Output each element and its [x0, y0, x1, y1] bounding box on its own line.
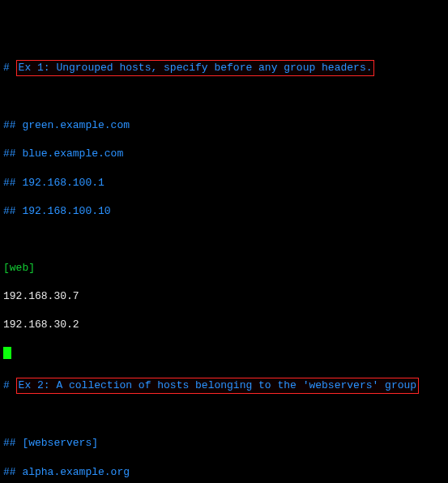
cursor-line — [3, 346, 445, 364]
host-entry: 192.168.30.2 — [3, 318, 445, 332]
host-comment: ## blue.example.com — [3, 147, 445, 161]
host-comment: ## [webservers] — [3, 436, 445, 451]
blank-line — [3, 233, 445, 247]
blank-line — [3, 408, 445, 422]
highlight-ex2: Ex 2: A collection of hosts belonging to… — [16, 378, 419, 394]
comment-hash: # — [3, 62, 16, 74]
host-entry: 192.168.30.7 — [3, 289, 445, 304]
line-ex2-header: # Ex 2: A collection of hosts belonging … — [3, 378, 445, 394]
host-comment: ## 192.168.100.1 — [3, 176, 445, 190]
group-header-web: [web] — [3, 261, 445, 276]
cursor — [3, 347, 11, 359]
host-comment: ## green.example.com — [3, 118, 445, 133]
line-ex1-header: # Ex 1: Ungrouped hosts, specify before … — [3, 60, 445, 76]
host-comment: ## alpha.example.org — [3, 465, 445, 480]
blank-line — [3, 90, 445, 105]
highlight-ex1: Ex 1: Ungrouped hosts, specify before an… — [16, 60, 375, 76]
host-comment: ## 192.168.100.10 — [3, 204, 445, 219]
comment-hash: # — [3, 379, 16, 391]
